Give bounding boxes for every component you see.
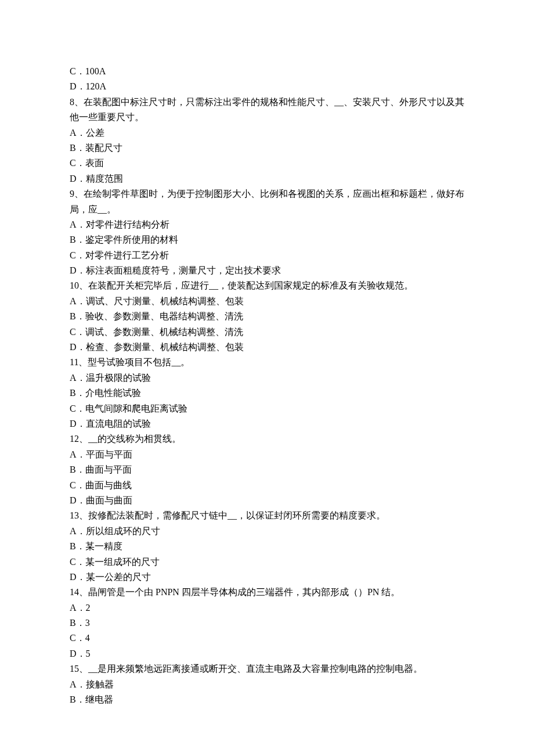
option-line: D．5 — [70, 646, 464, 661]
option-line: D．直流电阻的试验 — [70, 416, 464, 431]
option-line: C．某一组成环的尺寸 — [70, 555, 464, 570]
option-line: B．继电器 — [70, 692, 464, 707]
option-line: C．表面 — [70, 156, 464, 171]
option-line: B．鉴定零件所使用的材料 — [70, 232, 464, 247]
question-line: 13、按修配法装配时，需修配尺寸链中__，以保证封闭环所需要的精度要求。 — [70, 508, 464, 523]
option-line: B．某一精度 — [70, 539, 464, 554]
option-line: B．验收、参数测量、电器结构调整、清洗 — [70, 309, 464, 324]
option-line: B．介电性能试验 — [70, 386, 464, 401]
option-line: D．标注表面粗糙度符号，测量尺寸，定出技术要求 — [70, 263, 464, 278]
option-line: D．120A — [70, 79, 464, 94]
option-line: A．调试、尺寸测量、机械结构调整、包装 — [70, 294, 464, 309]
option-line: C．曲面与曲线 — [70, 478, 464, 493]
option-line: B．装配尺寸 — [70, 141, 464, 156]
option-line: D．曲面与曲面 — [70, 493, 464, 508]
option-line: B．曲面与平面 — [70, 462, 464, 477]
option-line: B．3 — [70, 615, 464, 631]
option-line: D．某一公差的尺寸 — [70, 570, 464, 585]
option-line: A．平面与平面 — [70, 447, 464, 462]
option-line: C．100A — [70, 64, 464, 79]
document-page: C．100A D．120A 8、在装配图中标注尺寸时，只需标注出零件的规格和性能… — [0, 0, 534, 756]
question-line: 8、在装配图中标注尺寸时，只需标注出零件的规格和性能尺寸、__、安装尺寸、外形尺… — [70, 95, 464, 125]
option-line: C．4 — [70, 631, 464, 646]
option-line: A．所以组成环的尺寸 — [70, 524, 464, 539]
option-line: C．对零件进行工艺分析 — [70, 248, 464, 263]
question-line: 9、在绘制零件草图时，为便于控制图形大小、比例和各视图的关系，应画出框和标题栏，… — [70, 186, 464, 217]
option-line: A．对零件进行结构分析 — [70, 217, 464, 232]
question-line: 10、在装配开关柜完毕后，应进行__，使装配达到国家规定的标准及有关验收规范。 — [70, 278, 464, 293]
option-line: D．精度范围 — [70, 171, 464, 186]
option-line: C．调试、参数测量、机械结构调整、清洗 — [70, 325, 464, 340]
question-line: 12、__的交线称为相贯线。 — [70, 431, 464, 447]
option-line: A．接触器 — [70, 677, 464, 692]
option-line: D．检查、参数测量、机械结构调整、包装 — [70, 340, 464, 355]
option-line: A．温升极限的试验 — [70, 370, 464, 386]
option-line: A．2 — [70, 600, 464, 615]
question-line: 14、晶闸管是一个由 PNPN 四层半导体构成的三端器件，其内部形成（）PN 结… — [70, 585, 464, 600]
question-line: 15、__是用来频繁地远距离接通或断开交、直流主电路及大容量控制电路的控制电器。 — [70, 661, 464, 676]
question-line: 11、型号试验项目不包括__。 — [70, 355, 464, 370]
option-line: A．公差 — [70, 125, 464, 141]
option-line: C．电气间隙和爬电距离试验 — [70, 401, 464, 416]
